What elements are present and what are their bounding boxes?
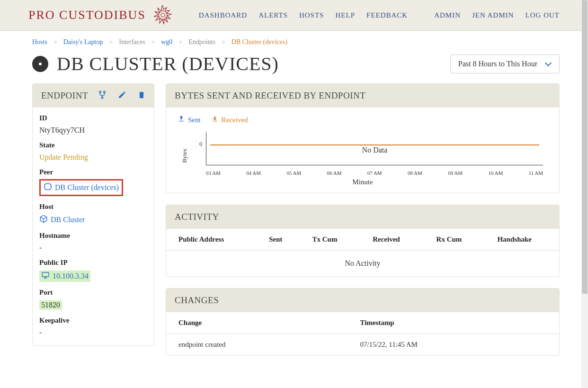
host-value: DB Cluster [51,216,85,224]
monitor-icon [41,271,50,281]
activity-panel-title: ACTIVITY [175,212,219,222]
crumb-hosts[interactable]: Hosts [32,38,47,45]
id-label: ID [39,114,147,122]
chart-line-received [210,144,539,145]
chart-panel-title: BYTES SENT AND RECEIVED BY ENDPOINT [175,90,365,101]
activity-header-row: Public AddressSentTx CumReceivedRx CumHa… [166,229,559,251]
chart-x-tick: 04 AM [246,170,261,176]
activity-column-header: Rx Cum [424,229,485,251]
svg-rect-5 [42,272,49,277]
changes-panel-title: CHANGES [175,295,219,306]
chart-y-tick-0: 0 [199,141,202,148]
nav-jen-admin[interactable]: JEN ADMIN [472,11,514,19]
svg-point-2 [99,91,101,93]
public-ip-link[interactable]: 10.100.3.34 [39,271,90,282]
breadcrumb: Hosts > Daisy's Laptop > Interfaces > wg… [0,31,588,50]
brand-logo-icon [152,5,173,26]
chart-x-tick: 03 AM [206,170,221,176]
chart-area: Bytes 0 No Data 03 AM04 AM05 AM06 AM07 A… [178,127,548,184]
nav-logout[interactable]: LOG OUT [526,11,560,19]
port-value: 51820 [39,300,62,310]
scrollbar-thumb[interactable] [582,0,588,294]
title-row: DB CLUSTER (DEVICES) Past 8 Hours to Thi… [0,50,588,83]
chevron-down-icon [545,61,552,67]
svg-point-0 [159,11,167,19]
crumb-interfaces: Interfaces [119,38,145,45]
branch-icon[interactable] [98,90,107,101]
page-title: DB CLUSTER (DEVICES) [57,53,279,75]
scrollbar[interactable] [581,0,588,375]
nav-hosts[interactable]: HOSTS [299,11,324,19]
activity-column-header: Received [360,229,424,251]
keepalive-value: - [39,328,147,337]
nav-dashboard[interactable]: DASHBOARD [199,11,247,19]
time-range-label: Past 8 Hours to This Hour [458,60,537,68]
chart-x-tick: 08 AM [408,170,422,176]
changes-column-header: Change [166,312,347,334]
state-value: Update Pending [39,153,147,162]
changes-panel: CHANGES ChangeTimestamp endpoint created… [166,288,560,356]
changes-cell-change: endpoint created [166,334,347,356]
activity-panel: ACTIVITY Public AddressSentTx CumReceive… [166,205,560,277]
chart-no-data: No Data [362,146,388,154]
chart-x-tick: 06 AM [327,170,342,176]
keepalive-label: Keepalive [39,316,147,325]
endpoint-icon [32,56,48,72]
edit-icon[interactable] [118,90,126,101]
chart-panel: BYTES SENT AND RECEIVED BY ENDPOINT Sent [166,83,560,193]
changes-cell-timestamp: 07/15/22, 11:45 AM [347,334,559,356]
svg-point-3 [104,91,106,93]
cube-icon [39,215,48,225]
chart-x-tick: 05 AM [286,170,301,176]
svg-point-4 [101,97,103,99]
changes-column-header: Timestamp [347,312,559,334]
endpoint-panel: ENDPOINT ID NtyT6qyy7CH State Update Pen… [32,83,154,346]
gear-outline-icon [44,182,52,193]
state-label: State [39,141,147,149]
nav-admin[interactable]: ADMIN [434,11,461,19]
chart-x-tick: 09 AM [448,170,463,176]
legend-sent[interactable]: Sent [178,115,201,125]
hostname-value: - [39,244,147,252]
activity-column-header: Handshake [485,229,559,251]
changes-header-row: ChangeTimestamp [166,312,559,334]
id-value: NtyT6qyy7CH [39,126,147,135]
endpoint-panel-title: ENDPOINT [41,90,88,101]
activity-column-header: Public Address [166,229,257,251]
chart-x-tick: 07 AM [367,170,382,176]
activity-empty-text: No Activity [166,251,559,277]
svg-point-1 [161,13,165,17]
time-range-select[interactable]: Past 8 Hours to This Hour [450,54,560,73]
brand[interactable]: PRO CUSTODIBUS [28,5,173,26]
activity-column-header: Sent [257,229,300,251]
crumb-iface[interactable]: wg0 [161,38,172,45]
chart-x-label: Minute [352,178,373,186]
port-label: Port [39,289,147,297]
upload-icon [178,115,185,125]
host-link[interactable]: DB Cluster [39,215,85,225]
chart-x-tick: 10 AM [488,170,503,176]
chart-plot: No Data [206,132,543,165]
nav-feedback[interactable]: FEEDBACK [366,11,408,19]
nav-alerts[interactable]: ALERTS [258,11,288,19]
peer-label: Peer [39,168,147,176]
brand-text: PRO CUSTODIBUS [28,8,146,22]
nav-help[interactable]: HELP [335,11,355,19]
public-ip-label: Public IP [39,259,147,267]
crumb-endpoints: Endpoints [188,38,215,45]
crumb-host[interactable]: Daisy's Laptop [63,38,103,45]
chart-x-ticks: 03 AM04 AM05 AM06 AM07 AM08 AM09 AM10 AM… [206,170,543,176]
main-nav: DASHBOARD ALERTS HOSTS HELP FEEDBACK ADM… [199,11,560,19]
legend-received[interactable]: Received [211,115,248,125]
chart-y-label: Bytes [181,149,188,163]
hostname-label: Hostname [39,232,147,240]
peer-link[interactable]: DB Cluster (devices) [39,179,123,196]
top-header: PRO CUSTODIBUS DASHBOARD ALERTS HOSTS HE… [0,0,588,31]
delete-icon[interactable] [138,90,145,101]
peer-value: DB Cluster (devices) [55,183,119,192]
public-ip-value: 10.100.3.34 [53,272,89,280]
host-label: Host [39,203,147,211]
crumb-current: DB Cluster (devices) [232,38,287,45]
changes-row: endpoint created07/15/22, 11:45 AM [166,334,559,356]
download-icon [211,115,219,125]
